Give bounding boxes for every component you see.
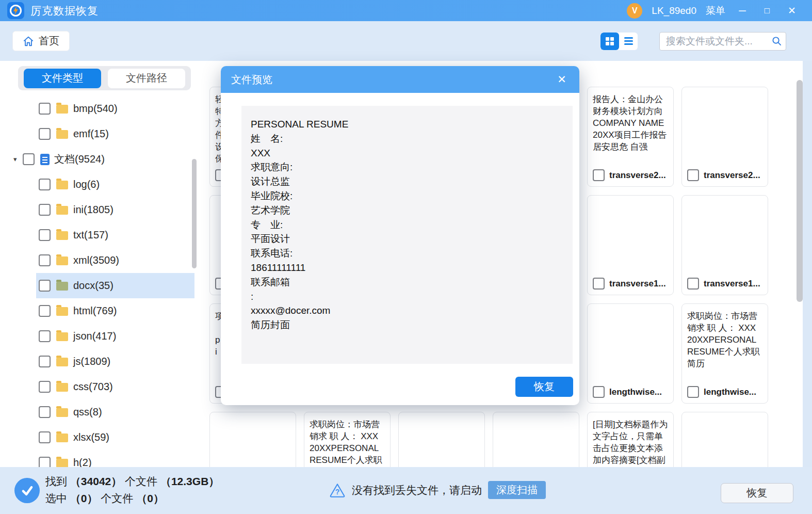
tree-item-css[interactable]: css(703) [0, 374, 194, 399]
checkbox[interactable] [593, 386, 605, 398]
file-card[interactable]: 求职岗位：市场营 销求 职 人： XXX 20XXPERSONAL RESUME… [681, 303, 768, 404]
checkbox[interactable] [39, 128, 51, 140]
tree-item-label: docx(35) [73, 280, 113, 292]
app-window: 厉克数据恢复 V LK_89ed0 菜单 ─ □ ✕ 首页 [0, 0, 812, 514]
status-text-part: （12.3GB） [160, 475, 219, 487]
tree-item-label: log(6) [73, 179, 100, 190]
tree-item-label: h(2) [73, 457, 92, 467]
checkbox[interactable] [39, 431, 51, 443]
dialog-close-icon[interactable]: ✕ [555, 73, 569, 86]
minimize-icon[interactable]: ─ [735, 5, 750, 17]
tree-item-h[interactable]: h(2) [0, 450, 194, 467]
maximize-icon[interactable]: □ [759, 6, 775, 16]
folder-icon [56, 332, 68, 341]
warning-icon: ? [329, 483, 346, 498]
file-name: transverse1... [609, 279, 666, 289]
tree-item-label: ini(1805) [73, 204, 113, 216]
titlebar: 厉克数据恢复 V LK_89ed0 菜单 ─ □ ✕ [0, 0, 812, 21]
file-card[interactable]: transverse1... [587, 195, 674, 295]
checkbox[interactable] [593, 169, 605, 181]
checkbox[interactable] [39, 204, 51, 216]
folder-icon [56, 130, 68, 139]
toolbar: 首页 [0, 21, 812, 61]
tree-item-emf[interactable]: emf(15) [0, 121, 194, 147]
checkbox[interactable] [23, 153, 35, 165]
file-card[interactable] [493, 412, 579, 467]
tree-item-xml[interactable]: xml(3509) [0, 248, 194, 273]
file-card-preview [210, 412, 296, 419]
content-scrollbar[interactable] [797, 80, 803, 302]
caret-down-icon[interactable]: ▾ [13, 155, 23, 163]
tree-item-html[interactable]: html(769) [0, 298, 194, 324]
list-view-button[interactable] [619, 33, 638, 50]
checkbox[interactable] [39, 179, 51, 190]
close-icon[interactable]: ✕ [784, 5, 800, 17]
checkbox[interactable] [687, 169, 699, 181]
checkbox[interactable] [39, 103, 51, 115]
list-view-icon [624, 37, 633, 45]
dialog-recover-button[interactable]: 恢复 [515, 377, 573, 397]
checkbox[interactable] [39, 381, 51, 393]
file-card[interactable]: 求职岗位：市场营 销求 职 人： XXX 20XXPERSONAL RESUME… [304, 412, 391, 467]
tree-item-json[interactable]: json(417) [0, 324, 194, 349]
folder-icon [56, 206, 68, 215]
file-preview-dialog: 文件预览 ✕ PERSONAL RESUME 姓 名: XXX 求职意向: 设计… [221, 66, 579, 405]
tree-item-docx[interactable]: docx(35) [0, 273, 194, 298]
tab-file-path[interactable]: 文件路径 [108, 69, 185, 88]
checkbox[interactable] [39, 229, 51, 241]
view-toggle [600, 33, 638, 50]
checkbox[interactable] [593, 278, 605, 290]
sidebar-tabs: 文件类型 文件路径 [18, 66, 191, 90]
folder-icon [56, 307, 68, 316]
file-card[interactable] [398, 412, 485, 467]
checkbox[interactable] [39, 356, 51, 367]
search-box [659, 32, 786, 51]
home-button[interactable]: 首页 [12, 31, 70, 51]
search-icon[interactable] [772, 36, 782, 46]
tree-item-bmp[interactable]: bmp(540) [0, 96, 194, 121]
home-icon [23, 36, 34, 47]
checkbox[interactable] [39, 406, 51, 418]
search-input[interactable] [659, 32, 786, 51]
tree-item-log[interactable]: log(6) [0, 172, 194, 197]
home-label: 首页 [39, 34, 59, 48]
status-text-part: 个文件 [122, 475, 160, 487]
tree-item-xlsx[interactable]: xlsx(59) [0, 425, 194, 450]
folder-icon [56, 282, 68, 291]
file-card-preview [399, 412, 484, 419]
file-card[interactable]: [日期]文档标题作为 文字占位，只需单 击占位更换文本添 加内容摘要[文档副 [587, 412, 674, 467]
checkbox[interactable] [39, 305, 51, 317]
file-card[interactable] [681, 412, 768, 467]
file-card[interactable] [209, 412, 296, 467]
menu-button[interactable]: 菜单 [706, 4, 725, 18]
checkbox[interactable] [39, 457, 51, 467]
tab-file-type[interactable]: 文件类型 [24, 69, 101, 88]
file-card[interactable]: lengthwise... [587, 303, 674, 404]
sidebar-scrollbar[interactable] [192, 159, 197, 268]
username[interactable]: LK_89ed0 [652, 5, 696, 17]
tree-item-js[interactable]: js(1809) [0, 349, 194, 374]
file-card[interactable]: 报告人：金山办公 财务模块计划方向 COMPANY NAME 20XX项目工作报… [587, 87, 674, 187]
file-card[interactable]: transverse2... [681, 87, 768, 187]
folder-icon [56, 231, 68, 240]
file-card-preview [682, 196, 768, 202]
tree-item-文档[interactable]: ▾文档(9524) [0, 147, 194, 172]
checkbox[interactable] [687, 278, 699, 290]
recover-button[interactable]: 恢复 [721, 483, 793, 503]
checkbox[interactable] [39, 280, 51, 292]
tree-item-txt[interactable]: txt(157) [0, 222, 194, 248]
file-card-preview: 求职岗位：市场营 销求 职 人： XXX 20XXPERSONAL RESUME… [304, 412, 390, 466]
grid-view-button[interactable] [600, 33, 619, 50]
deep-scan-button[interactable]: 深度扫描 [488, 481, 546, 499]
user-avatar[interactable]: V [627, 3, 642, 19]
checkbox[interactable] [39, 254, 51, 266]
file-card-preview: 报告人：金山办公 财务模块计划方向 COMPANY NAME 20XX项目工作报… [588, 87, 673, 153]
file-name: lengthwise... [609, 387, 662, 397]
checkbox[interactable] [687, 386, 699, 398]
notice-text: 没有找到丢失文件，请启动 [352, 483, 482, 497]
checkbox[interactable] [39, 330, 51, 342]
tree-item-label: qss(8) [73, 406, 102, 418]
tree-item-qss[interactable]: qss(8) [0, 399, 194, 425]
file-card[interactable]: transverse1... [681, 195, 768, 295]
tree-item-ini[interactable]: ini(1805) [0, 197, 194, 222]
